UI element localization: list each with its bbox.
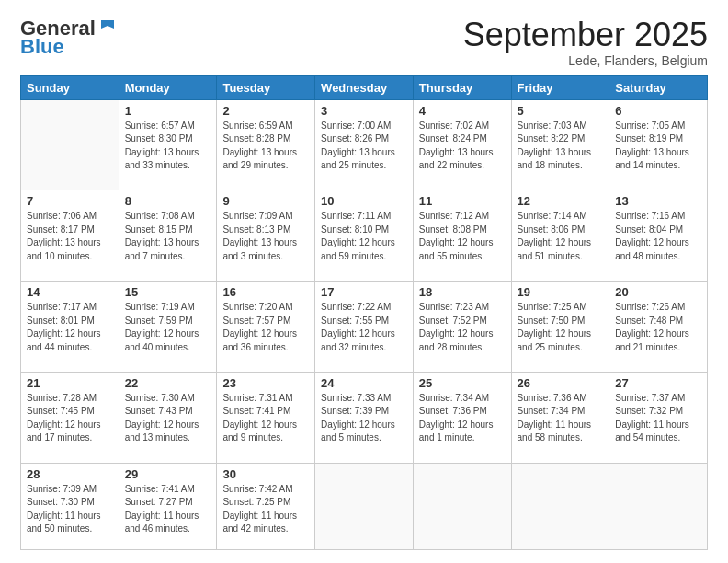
day-number: 17 — [321, 285, 407, 299]
day-number: 10 — [321, 194, 407, 208]
table-row: 6Sunrise: 7:05 AM Sunset: 8:19 PM Daylig… — [609, 99, 708, 190]
day-info: Sunrise: 7:41 AM Sunset: 7:27 PM Dayligh… — [125, 483, 211, 536]
table-row: 24Sunrise: 7:33 AM Sunset: 7:39 PM Dayli… — [315, 372, 414, 463]
day-info: Sunrise: 7:30 AM Sunset: 7:43 PM Dayligh… — [125, 392, 211, 445]
logo-flag-icon — [97, 17, 118, 37]
day-info: Sunrise: 7:16 AM Sunset: 8:04 PM Dayligh… — [615, 210, 701, 263]
table-row: 26Sunrise: 7:36 AM Sunset: 7:34 PM Dayli… — [511, 372, 609, 463]
table-row: 12Sunrise: 7:14 AM Sunset: 8:06 PM Dayli… — [511, 190, 609, 282]
logo: General Blue — [20, 17, 118, 59]
table-row: 29Sunrise: 7:41 AM Sunset: 7:27 PM Dayli… — [119, 463, 217, 549]
table-row: 3Sunrise: 7:00 AM Sunset: 8:26 PM Daylig… — [315, 99, 414, 190]
col-thursday: Thursday — [413, 75, 511, 99]
col-friday: Friday — [511, 75, 609, 99]
day-info: Sunrise: 7:23 AM Sunset: 7:52 PM Dayligh… — [419, 301, 506, 354]
table-row: 1Sunrise: 6:57 AM Sunset: 8:30 PM Daylig… — [119, 99, 217, 190]
day-info: Sunrise: 7:02 AM Sunset: 8:24 PM Dayligh… — [419, 120, 506, 173]
table-row — [315, 463, 414, 549]
day-info: Sunrise: 7:12 AM Sunset: 8:08 PM Dayligh… — [419, 210, 506, 263]
day-number: 24 — [321, 376, 407, 390]
day-number: 3 — [321, 104, 407, 118]
day-info: Sunrise: 7:26 AM Sunset: 7:48 PM Dayligh… — [615, 301, 701, 354]
table-row: 13Sunrise: 7:16 AM Sunset: 8:04 PM Dayli… — [609, 190, 708, 282]
day-info: Sunrise: 7:42 AM Sunset: 7:25 PM Dayligh… — [222, 483, 309, 536]
day-info: Sunrise: 6:57 AM Sunset: 8:30 PM Dayligh… — [125, 120, 211, 173]
day-info: Sunrise: 7:36 AM Sunset: 7:34 PM Dayligh… — [518, 392, 604, 445]
day-number: 2 — [222, 104, 309, 118]
table-row: 25Sunrise: 7:34 AM Sunset: 7:36 PM Dayli… — [413, 372, 511, 463]
svg-marker-0 — [101, 20, 114, 29]
col-wednesday: Wednesday — [315, 75, 414, 99]
day-number: 20 — [615, 285, 701, 299]
col-tuesday: Tuesday — [217, 75, 315, 99]
day-number: 5 — [518, 104, 604, 118]
day-info: Sunrise: 7:25 AM Sunset: 7:50 PM Dayligh… — [518, 301, 604, 354]
table-row — [609, 463, 708, 549]
day-number: 16 — [222, 285, 309, 299]
day-number: 13 — [615, 194, 701, 208]
day-number: 26 — [518, 376, 604, 390]
day-info: Sunrise: 7:14 AM Sunset: 8:06 PM Dayligh… — [518, 210, 604, 263]
calendar-header-row: Sunday Monday Tuesday Wednesday Thursday… — [21, 75, 708, 99]
table-row: 20Sunrise: 7:26 AM Sunset: 7:48 PM Dayli… — [609, 282, 708, 373]
table-row: 14Sunrise: 7:17 AM Sunset: 8:01 PM Dayli… — [21, 282, 119, 373]
day-info: Sunrise: 7:33 AM Sunset: 7:39 PM Dayligh… — [321, 392, 407, 445]
day-number: 18 — [419, 285, 506, 299]
day-info: Sunrise: 7:08 AM Sunset: 8:15 PM Dayligh… — [125, 210, 211, 263]
day-number: 11 — [419, 194, 506, 208]
table-row: 10Sunrise: 7:11 AM Sunset: 8:10 PM Dayli… — [315, 190, 414, 282]
table-row: 9Sunrise: 7:09 AM Sunset: 8:13 PM Daylig… — [217, 190, 315, 282]
table-row: 5Sunrise: 7:03 AM Sunset: 8:22 PM Daylig… — [511, 99, 609, 190]
day-info: Sunrise: 7:00 AM Sunset: 8:26 PM Dayligh… — [321, 120, 407, 173]
day-info: Sunrise: 7:22 AM Sunset: 7:55 PM Dayligh… — [321, 301, 407, 354]
day-number: 8 — [125, 194, 211, 208]
table-row: 19Sunrise: 7:25 AM Sunset: 7:50 PM Dayli… — [511, 282, 609, 373]
table-row: 15Sunrise: 7:19 AM Sunset: 7:59 PM Dayli… — [119, 282, 217, 373]
day-number: 23 — [222, 376, 309, 390]
calendar-table: Sunday Monday Tuesday Wednesday Thursday… — [20, 75, 708, 550]
day-number: 30 — [222, 467, 309, 481]
day-number: 4 — [419, 104, 506, 118]
day-info: Sunrise: 7:06 AM Sunset: 8:17 PM Dayligh… — [27, 210, 113, 263]
day-number: 28 — [27, 467, 113, 481]
table-row — [21, 99, 119, 190]
day-info: Sunrise: 7:19 AM Sunset: 7:59 PM Dayligh… — [125, 301, 211, 354]
day-number: 27 — [615, 376, 701, 390]
day-info: Sunrise: 7:31 AM Sunset: 7:41 PM Dayligh… — [222, 392, 309, 445]
day-number: 25 — [419, 376, 506, 390]
day-number: 22 — [125, 376, 211, 390]
table-row: 22Sunrise: 7:30 AM Sunset: 7:43 PM Dayli… — [119, 372, 217, 463]
day-info: Sunrise: 7:17 AM Sunset: 8:01 PM Dayligh… — [27, 301, 113, 354]
col-monday: Monday — [119, 75, 217, 99]
col-sunday: Sunday — [21, 75, 119, 99]
page-header: General Blue September 2025 Lede, Flande… — [20, 17, 708, 68]
table-row: 2Sunrise: 6:59 AM Sunset: 8:28 PM Daylig… — [217, 99, 315, 190]
location: Lede, Flanders, Belgium — [463, 53, 708, 68]
table-row: 21Sunrise: 7:28 AM Sunset: 7:45 PM Dayli… — [21, 372, 119, 463]
day-number: 19 — [518, 285, 604, 299]
day-info: Sunrise: 6:59 AM Sunset: 8:28 PM Dayligh… — [222, 120, 309, 173]
table-row: 11Sunrise: 7:12 AM Sunset: 8:08 PM Dayli… — [413, 190, 511, 282]
day-number: 15 — [125, 285, 211, 299]
table-row: 27Sunrise: 7:37 AM Sunset: 7:32 PM Dayli… — [609, 372, 708, 463]
table-row: 28Sunrise: 7:39 AM Sunset: 7:30 PM Dayli… — [21, 463, 119, 549]
col-saturday: Saturday — [609, 75, 708, 99]
table-row — [413, 463, 511, 549]
day-number: 21 — [27, 376, 113, 390]
day-info: Sunrise: 7:34 AM Sunset: 7:36 PM Dayligh… — [419, 392, 506, 445]
table-row: 30Sunrise: 7:42 AM Sunset: 7:25 PM Dayli… — [217, 463, 315, 549]
day-info: Sunrise: 7:39 AM Sunset: 7:30 PM Dayligh… — [27, 483, 113, 536]
day-number: 12 — [518, 194, 604, 208]
table-row: 8Sunrise: 7:08 AM Sunset: 8:15 PM Daylig… — [119, 190, 217, 282]
table-row: 16Sunrise: 7:20 AM Sunset: 7:57 PM Dayli… — [217, 282, 315, 373]
table-row: 4Sunrise: 7:02 AM Sunset: 8:24 PM Daylig… — [413, 99, 511, 190]
day-info: Sunrise: 7:05 AM Sunset: 8:19 PM Dayligh… — [615, 120, 701, 173]
day-info: Sunrise: 7:37 AM Sunset: 7:32 PM Dayligh… — [615, 392, 701, 445]
day-info: Sunrise: 7:11 AM Sunset: 8:10 PM Dayligh… — [321, 210, 407, 263]
month-title: September 2025 — [463, 17, 708, 53]
day-number: 1 — [125, 104, 211, 118]
table-row: 18Sunrise: 7:23 AM Sunset: 7:52 PM Dayli… — [413, 282, 511, 373]
day-number: 6 — [615, 104, 701, 118]
day-number: 29 — [125, 467, 211, 481]
day-info: Sunrise: 7:09 AM Sunset: 8:13 PM Dayligh… — [222, 210, 309, 263]
